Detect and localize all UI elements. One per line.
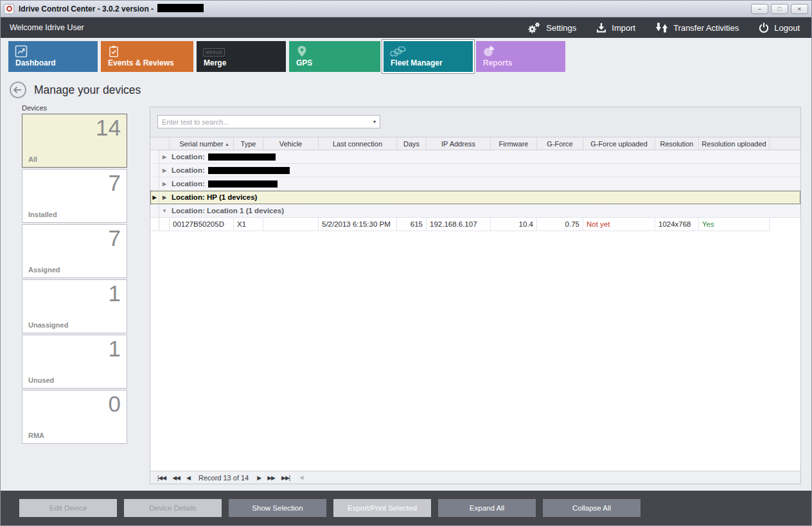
titlebar: Idrive Control Center - 3.0.2 version - … <box>1 1 811 17</box>
tab-events-reviews-label: Events & Reviews <box>108 58 174 67</box>
group-row-location-hp[interactable]: ▶ ▶ Location: HP (1 devices) <box>150 191 800 204</box>
cars-icon <box>390 45 408 58</box>
record-navigator: |◀◀ ◀◀ ◀ Record 13 of 14 ▶ ▶▶ ▶▶| ◀ <box>150 471 800 484</box>
device-card-label: Assigned <box>28 266 60 274</box>
column-header-g-force-uploaded[interactable]: G-Force uploaded <box>583 137 655 150</box>
group-row-location-3[interactable]: ▶ Location: <box>150 177 800 191</box>
page-header: Manage your devices <box>1 76 811 103</box>
group-row-location-location1[interactable]: ▼ Location: Location 1 (1 devices) <box>150 204 800 218</box>
column-header-last-connection[interactable]: Last connection <box>319 137 397 150</box>
pager-prev-page-button[interactable]: ◀◀ <box>169 475 183 481</box>
column-header-resolution-uploaded[interactable]: Resolution uploaded <box>699 137 770 150</box>
tab-merge[interactable]: MERGE Merge <box>197 41 286 72</box>
minimize-button[interactable]: – <box>751 4 768 14</box>
tab-reports[interactable]: Reports <box>476 41 565 72</box>
device-card-count: 0 <box>109 391 121 417</box>
device-card-label: Unused <box>28 376 54 384</box>
group-label: Location: <box>172 166 205 174</box>
column-header-ip-address[interactable]: IP Address <box>427 137 491 150</box>
group-label: Location: <box>172 153 205 161</box>
pager-prev-button[interactable]: ◀ <box>183 475 193 481</box>
app-window: Idrive Control Center - 3.0.2 version - … <box>0 0 812 526</box>
search-input[interactable] <box>158 118 369 126</box>
settings-label: Settings <box>546 23 576 33</box>
close-button[interactable]: × <box>791 4 808 14</box>
window-title: Idrive Control Center - 3.0.2 version - <box>19 4 154 13</box>
pie-chart-icon <box>482 45 495 58</box>
tab-fleet-manager[interactable]: Fleet Manager <box>384 41 473 72</box>
chart-line-icon <box>15 45 28 58</box>
column-header-days[interactable]: Days <box>397 137 427 150</box>
transfer-arrows-icon <box>655 22 669 33</box>
device-card-label: Installed <box>28 211 57 218</box>
export-print-selected-button[interactable]: Export/Print Selected <box>333 499 431 517</box>
pager-last-button[interactable]: ▶▶| <box>278 475 293 481</box>
module-tabstrip: Dashboard Events & Reviews MERGE Merge <box>1 38 811 76</box>
device-details-button[interactable]: Device Details <box>124 499 222 517</box>
collapsed-triangle-icon[interactable]: ▶ <box>159 195 170 200</box>
device-card-unassigned[interactable]: 1 Unassigned <box>22 279 127 333</box>
device-card-unused[interactable]: 1 Unused <box>22 335 127 389</box>
grid-empty-area <box>150 231 800 471</box>
cell-g-force-uploaded: Not yet <box>583 218 655 231</box>
cell-resolution-uploaded: Yes <box>699 218 770 231</box>
expand-all-button[interactable]: Expand All <box>438 499 536 517</box>
edit-device-button[interactable]: Edit Device <box>19 499 117 517</box>
import-button[interactable]: Import <box>596 22 635 33</box>
pager-next-page-button[interactable]: ▶▶ <box>264 475 278 481</box>
device-card-count: 7 <box>109 225 121 251</box>
logout-button[interactable]: Logout <box>758 22 800 33</box>
cell-firmware: 10.4 <box>491 218 537 231</box>
device-card-count: 1 <box>109 336 121 362</box>
clipboard-check-icon <box>107 45 120 58</box>
cell-type: X1 <box>234 218 263 231</box>
device-card-count: 14 <box>96 115 121 141</box>
scroll-left-icon[interactable]: ◀ <box>299 475 303 480</box>
group-row-location-1[interactable]: ▶ Location: <box>150 150 800 164</box>
tab-gps-label: GPS <box>296 58 312 67</box>
back-button[interactable] <box>9 81 27 99</box>
horizontal-scrollbar[interactable]: ◀ <box>299 475 800 480</box>
header-gutter <box>150 137 170 150</box>
device-card-installed[interactable]: 7 Installed <box>22 169 127 223</box>
tab-dashboard[interactable]: Dashboard <box>8 41 98 72</box>
collapse-all-button[interactable]: Collapse All <box>543 499 640 517</box>
column-header-type[interactable]: Type <box>234 137 263 150</box>
column-header-vehicle[interactable]: Vehicle <box>263 137 319 150</box>
group-row-location-2[interactable]: ▶ Location: <box>150 164 800 177</box>
settings-button[interactable]: Settings <box>527 21 576 34</box>
tab-fleet-manager-label: Fleet Manager <box>391 58 443 67</box>
device-card-label: All <box>28 155 37 163</box>
row-indicator-icon: ▶ <box>152 195 156 200</box>
tab-events-reviews[interactable]: Events & Reviews <box>101 41 193 72</box>
device-card-rma[interactable]: 0 RMA <box>22 390 127 444</box>
pager-first-button[interactable]: |◀◀ <box>154 475 169 481</box>
cell-serial-number: 00127B50205D <box>170 218 234 231</box>
welcome-text: Welcome Idrive User <box>10 23 84 32</box>
show-selection-button[interactable]: Show Selection <box>229 499 326 517</box>
power-icon <box>758 22 770 33</box>
device-card-all[interactable]: 14 All <box>22 114 127 168</box>
group-label: Location: Location 1 (1 devices) <box>172 207 284 215</box>
column-header-serial-number[interactable]: Serial number ▲ <box>170 137 234 150</box>
column-header-g-force[interactable]: G-Force <box>537 137 583 150</box>
collapsed-triangle-icon[interactable]: ▶ <box>159 154 170 160</box>
group-label: Location: <box>172 180 205 188</box>
expanded-triangle-icon[interactable]: ▼ <box>159 208 170 214</box>
pager-next-button[interactable]: ▶ <box>254 475 264 481</box>
transfer-activities-button[interactable]: Transfer Activities <box>655 22 739 33</box>
search-dropdown-icon[interactable]: ▼ <box>369 119 380 124</box>
device-card-assigned[interactable]: 7 Assigned <box>22 224 127 278</box>
maximize-button[interactable]: □ <box>771 4 788 14</box>
footer-action-bar: Edit Device Device Details Show Selectio… <box>1 491 811 525</box>
location-redaction-bar <box>208 153 276 161</box>
tab-merge-label: Merge <box>204 58 226 67</box>
collapsed-triangle-icon[interactable]: ▶ <box>159 168 170 173</box>
device-table-row[interactable]: 00127B50205D X1 5/2/2013 6:15:30 PM 615 … <box>150 218 800 231</box>
tab-gps[interactable]: GPS <box>289 41 380 72</box>
column-header-firmware[interactable]: Firmware <box>491 137 537 150</box>
app-logo-icon <box>4 4 14 14</box>
column-header-resolution[interactable]: Resolution <box>655 137 699 150</box>
device-card-label: Unassigned <box>28 321 68 329</box>
collapsed-triangle-icon[interactable]: ▶ <box>159 181 170 187</box>
